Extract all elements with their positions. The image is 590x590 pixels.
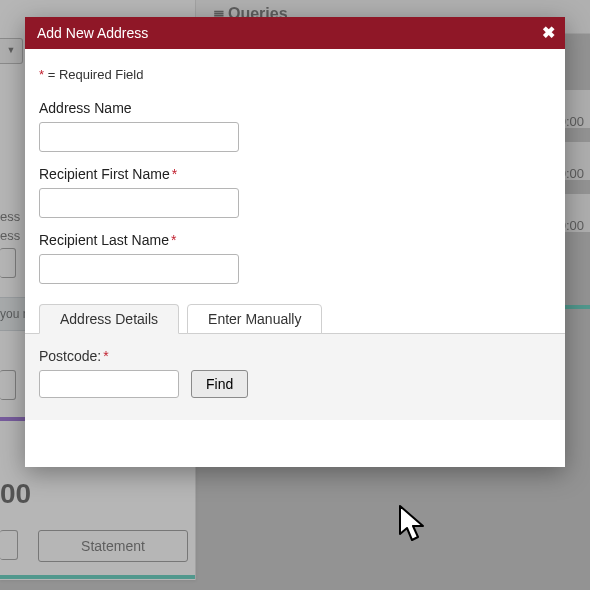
find-button[interactable]: Find	[191, 370, 248, 398]
label-text: Address Name	[39, 100, 132, 116]
address-tabs: Address Details Enter Manually Postcode:…	[39, 304, 551, 420]
field-last-name: Recipient Last Name*	[39, 232, 551, 284]
address-name-input[interactable]	[39, 122, 239, 152]
first-name-input[interactable]	[39, 188, 239, 218]
add-new-address-modal: Add New Address ✖ * = Required Field Add…	[25, 17, 565, 467]
tab-enter-manually[interactable]: Enter Manually	[187, 304, 322, 334]
required-field-note-text: = Required Field	[44, 67, 143, 82]
field-address-name: Address Name	[39, 100, 551, 152]
tab-address-details[interactable]: Address Details	[39, 304, 179, 334]
required-field-note: * = Required Field	[39, 67, 551, 82]
label-first-name: Recipient First Name*	[39, 166, 551, 182]
label-last-name: Recipient Last Name*	[39, 232, 551, 248]
modal-header: Add New Address ✖	[25, 17, 565, 49]
label-postcode: Postcode:*	[39, 348, 551, 364]
field-first-name: Recipient First Name*	[39, 166, 551, 218]
field-postcode: Postcode:* Find	[39, 348, 551, 398]
asterisk-icon: *	[172, 166, 177, 182]
label-text: Recipient Last Name	[39, 232, 169, 248]
postcode-input[interactable]	[39, 370, 179, 398]
label-text: Recipient First Name	[39, 166, 170, 182]
postcode-controls: Find	[39, 370, 551, 398]
label-address-name: Address Name	[39, 100, 551, 116]
tab-content-address-details: Postcode:* Find	[25, 333, 565, 420]
last-name-input[interactable]	[39, 254, 239, 284]
modal-title: Add New Address	[37, 25, 148, 41]
tab-strip: Address Details Enter Manually	[39, 304, 551, 334]
asterisk-icon: *	[103, 348, 108, 364]
label-text: Postcode:	[39, 348, 101, 364]
asterisk-icon: *	[171, 232, 176, 248]
close-icon[interactable]: ✖	[542, 17, 555, 49]
modal-body: * = Required Field Address Name Recipien…	[25, 49, 565, 420]
